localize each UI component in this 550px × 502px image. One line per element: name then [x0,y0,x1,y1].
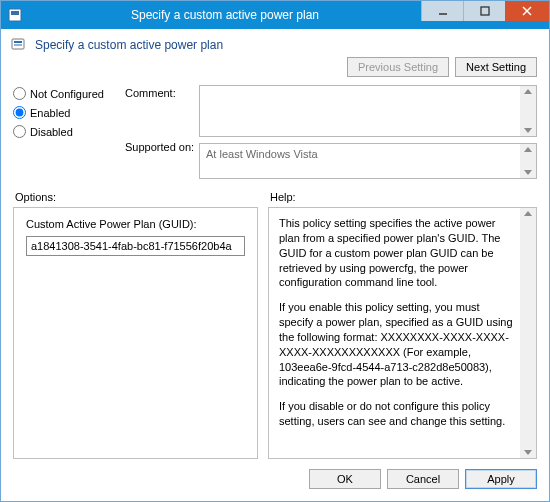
scrollbar[interactable] [520,144,536,178]
svg-rect-7 [14,41,22,43]
scroll-down-icon [524,128,532,133]
dialog-footer: OK Cancel Apply [1,459,549,501]
options-heading: Options: [13,189,258,207]
guid-label: Custom Active Power Plan (GUID): [26,218,245,230]
previous-setting-button[interactable]: Previous Setting [347,57,449,77]
field-inputs: At least Windows Vista [199,85,537,179]
options-column: Options: Custom Active Power Plan (GUID)… [13,189,258,459]
help-text: This policy setting specifies the active… [279,216,514,290]
apply-button[interactable]: Apply [465,469,537,489]
main-area: Options: Custom Active Power Plan (GUID)… [1,183,549,459]
svg-rect-1 [11,11,19,15]
radio-enabled-input[interactable] [13,106,26,119]
scrollbar[interactable] [520,208,536,458]
help-text: If you disable or do not configure this … [279,399,514,429]
radio-label: Disabled [30,126,73,138]
policy-icon [11,37,27,53]
comment-field[interactable] [199,85,537,137]
help-column: Help: This policy setting specifies the … [268,189,537,459]
radio-not-configured-input[interactable] [13,87,26,100]
supported-label: Supported on: [125,139,195,153]
radio-label: Not Configured [30,88,104,100]
radio-disabled-input[interactable] [13,125,26,138]
dialog-title: Specify a custom active power plan [35,38,223,52]
scroll-up-icon [524,89,532,94]
guid-input[interactable] [26,236,245,256]
options-panel: Custom Active Power Plan (GUID): [13,207,258,459]
radio-not-configured[interactable]: Not Configured [13,87,121,100]
dialog-header: Specify a custom active power plan [1,29,549,59]
policy-dialog: Specify a custom active power plan Speci… [0,0,550,502]
next-setting-button[interactable]: Next Setting [455,57,537,77]
help-heading: Help: [268,189,537,207]
minimize-button[interactable] [421,1,463,21]
radio-disabled[interactable]: Disabled [13,125,121,138]
scroll-down-icon [524,170,532,175]
help-panel: This policy setting specifies the active… [268,207,537,459]
radio-enabled[interactable]: Enabled [13,106,121,119]
radio-label: Enabled [30,107,70,119]
scroll-down-icon [524,450,532,455]
scroll-up-icon [524,211,532,216]
supported-text: At least Windows Vista [206,148,318,160]
supported-field: At least Windows Vista [199,143,537,179]
state-radios: Not Configured Enabled Disabled [13,85,121,179]
cancel-button[interactable]: Cancel [387,469,459,489]
ok-button[interactable]: OK [309,469,381,489]
window-buttons [421,1,549,29]
scrollbar[interactable] [520,86,536,136]
svg-rect-8 [14,44,22,46]
svg-rect-3 [481,7,489,15]
help-text: If you enable this policy setting, you m… [279,300,514,389]
maximize-button[interactable] [463,1,505,21]
field-labels: Comment: Supported on: [125,85,195,179]
nav-buttons: Previous Setting Next Setting [1,57,549,85]
close-button[interactable] [505,1,549,21]
scroll-up-icon [524,147,532,152]
config-area: Not Configured Enabled Disabled Comment:… [1,85,549,183]
titlebar[interactable]: Specify a custom active power plan [1,1,549,29]
window-title: Specify a custom active power plan [29,8,421,22]
comment-label: Comment: [125,85,195,139]
app-icon [1,1,29,29]
